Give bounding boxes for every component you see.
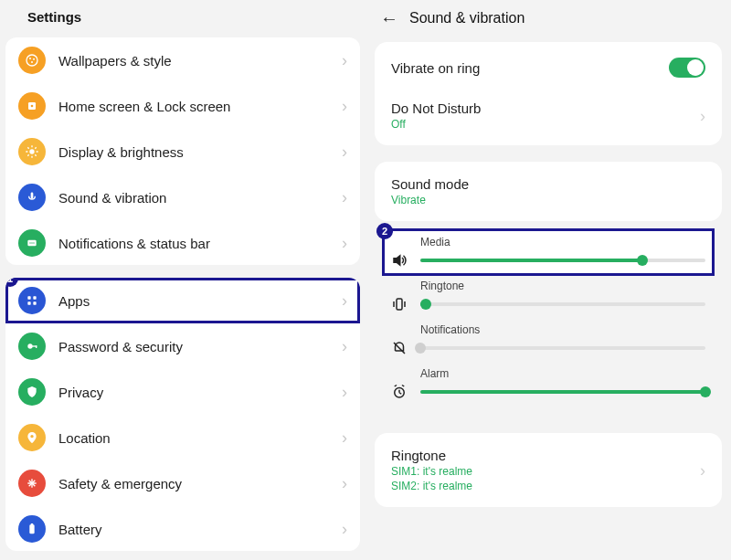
slider-track[interactable] xyxy=(420,259,705,262)
chevron-right-icon: › xyxy=(342,235,347,251)
home-icon xyxy=(18,92,46,120)
svg-line-13 xyxy=(35,147,36,148)
settings-group-1: Wallpapers & style › Home screen & Lock … xyxy=(5,37,360,265)
svg-point-5 xyxy=(31,105,34,108)
svg-point-23 xyxy=(27,343,32,348)
row-notifications[interactable]: Notifications & status bar › xyxy=(5,220,360,265)
svg-point-3 xyxy=(31,61,33,63)
slider-alarm[interactable]: Alarm xyxy=(384,362,713,406)
slider-label: Ringtone xyxy=(420,280,705,292)
volume-sliders: 2 Media Ringtone xyxy=(375,227,722,417)
shield-icon xyxy=(18,378,46,406)
chevron-right-icon: › xyxy=(342,98,347,114)
row-safety[interactable]: Safety & emergency › xyxy=(5,460,360,506)
card-ringtone: Ringtone SIM1: it's realme SIM2: it's re… xyxy=(375,433,722,507)
callout-badge-1: 1 xyxy=(5,278,18,287)
row-label: Sound & vibration xyxy=(58,190,342,206)
brightness-icon xyxy=(18,138,46,165)
svg-line-11 xyxy=(27,147,28,148)
back-arrow-icon[interactable]: ← xyxy=(380,9,398,27)
row-sound-mode[interactable]: Sound mode Vibrate xyxy=(375,165,722,217)
svg-point-18 xyxy=(33,242,34,243)
slider-track[interactable] xyxy=(420,346,705,350)
svg-line-40 xyxy=(399,393,401,395)
svg-rect-31 xyxy=(29,524,34,534)
chevron-right-icon: › xyxy=(342,384,347,400)
svg-rect-25 xyxy=(36,345,37,348)
row-location[interactable]: Location › xyxy=(5,415,360,460)
card-sound-mode: Sound mode Vibrate xyxy=(375,162,722,221)
line-sub-sim1: SIM1: it's realme xyxy=(391,465,700,478)
chevron-right-icon: › xyxy=(342,189,347,206)
settings-title: Settings xyxy=(0,0,366,34)
svg-point-17 xyxy=(31,242,32,243)
row-homescreen[interactable]: Home screen & Lock screen › xyxy=(5,83,360,129)
detail-title: Sound & vibration xyxy=(409,10,524,26)
svg-rect-32 xyxy=(31,523,34,525)
detail-header: ← Sound & vibration xyxy=(366,0,731,37)
bell-off-icon xyxy=(391,340,413,356)
slider-track[interactable] xyxy=(420,390,705,394)
svg-point-16 xyxy=(29,242,30,243)
chevron-right-icon: › xyxy=(700,462,705,479)
slider-label: Alarm xyxy=(420,367,705,380)
slider-ringtone[interactable]: Ringtone xyxy=(384,274,713,318)
row-privacy[interactable]: Privacy › xyxy=(5,369,360,415)
slider-label: Notifications xyxy=(420,323,705,336)
slider-track[interactable] xyxy=(420,302,705,306)
svg-marker-33 xyxy=(394,256,400,266)
key-icon xyxy=(18,333,46,360)
battery-icon xyxy=(18,515,46,543)
svg-point-0 xyxy=(26,55,37,66)
chevron-right-icon: › xyxy=(342,143,347,160)
svg-rect-19 xyxy=(27,296,30,299)
svg-rect-21 xyxy=(27,301,30,304)
row-label: Wallpapers & style xyxy=(58,53,342,69)
emergency-icon xyxy=(18,470,46,497)
row-dnd[interactable]: Do Not Disturb Off › xyxy=(375,90,722,142)
slider-notifications[interactable]: Notifications xyxy=(384,318,713,362)
row-label: Password & security xyxy=(58,339,342,354)
vibrate-icon xyxy=(391,296,413,312)
row-display[interactable]: Display & brightness › xyxy=(5,129,360,174)
svg-line-42 xyxy=(402,386,404,387)
card-vibrate-dnd: Vibrate on ring Do Not Disturb Off › xyxy=(375,42,722,145)
svg-rect-22 xyxy=(33,301,36,304)
volume-icon xyxy=(391,252,413,269)
row-ringtone[interactable]: Ringtone SIM1: it's realme SIM2: it's re… xyxy=(375,437,722,503)
row-label: Privacy xyxy=(58,385,342,400)
row-apps[interactable]: 1 Apps › xyxy=(5,278,360,323)
chevron-right-icon: › xyxy=(342,292,347,309)
svg-line-41 xyxy=(395,386,397,387)
row-battery[interactable]: Battery › xyxy=(5,506,360,551)
sound-icon xyxy=(18,184,46,211)
alarm-icon xyxy=(391,384,413,400)
row-password[interactable]: Password & security › xyxy=(5,323,360,369)
chevron-right-icon: › xyxy=(342,521,347,537)
svg-line-14 xyxy=(27,154,28,155)
line-sub: Off xyxy=(391,118,700,131)
row-wallpapers[interactable]: Wallpapers & style › xyxy=(5,37,360,83)
slider-label: Media xyxy=(420,236,705,248)
svg-rect-34 xyxy=(397,299,402,310)
line-title: Sound mode xyxy=(391,176,705,192)
palette-icon xyxy=(18,47,46,74)
line-title: Vibrate on ring xyxy=(391,60,669,76)
chevron-right-icon: › xyxy=(342,429,347,446)
message-icon xyxy=(18,229,46,257)
callout-badge-2: 2 xyxy=(376,223,393,239)
line-title: Ringtone xyxy=(391,448,700,463)
chevron-right-icon: › xyxy=(342,52,347,69)
chevron-right-icon: › xyxy=(342,338,347,354)
slider-media[interactable]: 2 Media xyxy=(384,230,713,274)
row-vibrate-on-ring[interactable]: Vibrate on ring xyxy=(375,46,722,90)
row-label: Location xyxy=(58,430,342,446)
svg-point-26 xyxy=(30,435,33,438)
svg-rect-20 xyxy=(33,296,36,299)
row-label: Apps xyxy=(58,293,342,309)
svg-line-12 xyxy=(35,154,36,155)
row-label: Battery xyxy=(58,522,342,537)
toggle-vibrate[interactable] xyxy=(669,58,705,78)
row-label: Display & brightness xyxy=(58,144,342,160)
row-sound[interactable]: Sound & vibration › xyxy=(5,174,360,220)
